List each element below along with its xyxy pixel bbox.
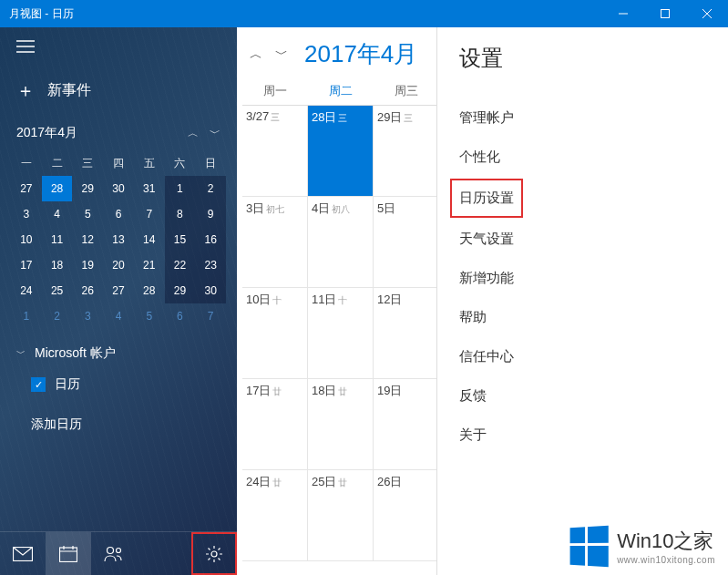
mail-button[interactable] bbox=[0, 532, 46, 575]
mini-day-cell[interactable]: 13 bbox=[103, 227, 134, 252]
settings-item[interactable]: 帮助 bbox=[459, 298, 706, 337]
mini-day-cell[interactable]: 29 bbox=[165, 278, 196, 303]
mini-day-cell[interactable]: 21 bbox=[134, 252, 165, 278]
day-cell[interactable]: 10日十 bbox=[242, 288, 308, 378]
mini-dow-cell: 日 bbox=[195, 150, 226, 176]
day-cell[interactable]: 28日三 bbox=[308, 106, 374, 196]
prev-month-button[interactable]: ︿ bbox=[246, 45, 266, 65]
day-cell[interactable]: 29日三 bbox=[374, 106, 439, 196]
close-button[interactable] bbox=[686, 0, 728, 27]
mini-day-cell[interactable]: 5 bbox=[134, 303, 165, 329]
mini-day-cell[interactable]: 22 bbox=[165, 252, 196, 278]
main-month-title: 2017年4月 bbox=[304, 38, 417, 70]
add-calendar-button[interactable]: 添加日历 bbox=[0, 400, 237, 440]
hamburger-button[interactable] bbox=[0, 27, 237, 69]
day-cell[interactable]: 18日廿 bbox=[308, 379, 374, 469]
settings-item[interactable]: 日历设置 bbox=[450, 179, 523, 218]
mini-day-cell[interactable]: 9 bbox=[195, 201, 226, 227]
mini-next-button[interactable]: ﹀ bbox=[210, 126, 220, 141]
mini-dow-cell: 三 bbox=[72, 150, 103, 176]
mini-day-cell[interactable]: 8 bbox=[165, 201, 196, 227]
mini-day-cell[interactable]: 24 bbox=[11, 278, 42, 303]
settings-item[interactable]: 管理帐户 bbox=[459, 98, 706, 138]
mini-day-cell[interactable]: 28 bbox=[42, 176, 73, 201]
mini-day-cell[interactable]: 19 bbox=[72, 252, 103, 278]
next-month-button[interactable]: ﹀ bbox=[272, 45, 292, 65]
mini-day-cell[interactable]: 3 bbox=[11, 201, 42, 227]
day-cell[interactable]: 12日 bbox=[374, 288, 439, 378]
svg-rect-2 bbox=[60, 548, 77, 562]
settings-title: 设置 bbox=[459, 44, 706, 73]
mini-day-cell[interactable]: 6 bbox=[103, 201, 134, 227]
mini-day-cell[interactable]: 28 bbox=[134, 278, 165, 303]
mini-day-cell[interactable]: 18 bbox=[42, 252, 73, 278]
mini-day-cell[interactable]: 27 bbox=[103, 278, 134, 303]
dow-header: 周三 bbox=[374, 77, 439, 106]
mini-day-cell[interactable]: 7 bbox=[195, 303, 226, 329]
mini-day-cell[interactable]: 12 bbox=[72, 227, 103, 252]
day-cell[interactable]: 17日廿 bbox=[242, 379, 308, 469]
mini-day-cell[interactable]: 27 bbox=[11, 176, 42, 201]
checkbox-icon: ✓ bbox=[31, 377, 46, 392]
calendar-label: 日历 bbox=[55, 376, 80, 393]
mini-day-cell[interactable]: 26 bbox=[72, 278, 103, 303]
day-cell[interactable]: 3/27三 bbox=[242, 106, 308, 196]
people-button[interactable] bbox=[91, 532, 137, 575]
mini-day-cell[interactable]: 5 bbox=[72, 201, 103, 227]
mini-day-cell[interactable]: 17 bbox=[11, 252, 42, 278]
plus-icon: ＋ bbox=[16, 78, 35, 103]
settings-item[interactable]: 反馈 bbox=[459, 376, 706, 416]
day-cell[interactable]: 25日廿 bbox=[308, 470, 374, 560]
day-cell[interactable]: 11日十 bbox=[308, 288, 374, 378]
settings-item[interactable]: 个性化 bbox=[459, 138, 706, 177]
settings-item[interactable]: 关于 bbox=[459, 416, 706, 455]
mini-day-cell[interactable]: 11 bbox=[42, 227, 73, 252]
mini-day-cell[interactable]: 20 bbox=[103, 252, 134, 278]
day-cell[interactable]: 4日初八 bbox=[308, 197, 374, 287]
mini-dow-cell: 四 bbox=[103, 150, 134, 176]
day-cell[interactable]: 26日 bbox=[374, 470, 439, 560]
calendar-checkbox-row[interactable]: ✓ 日历 bbox=[0, 369, 237, 400]
calendar-button[interactable] bbox=[46, 532, 91, 575]
mini-day-cell[interactable]: 25 bbox=[42, 278, 73, 303]
mini-calendar-month: 2017年4月 bbox=[16, 125, 77, 141]
settings-panel: 设置 管理帐户个性化日历设置天气设置新增功能帮助信任中心反馈关于 bbox=[436, 27, 728, 575]
mini-day-cell[interactable]: 29 bbox=[72, 176, 103, 201]
mini-day-cell[interactable]: 10 bbox=[11, 227, 42, 252]
settings-item[interactable]: 天气设置 bbox=[459, 220, 706, 259]
svg-rect-0 bbox=[661, 10, 670, 18]
settings-item[interactable]: 新增功能 bbox=[459, 259, 706, 298]
svg-point-5 bbox=[211, 551, 217, 557]
window-title: 月视图 - 日历 bbox=[9, 6, 602, 22]
chevron-down-icon: ﹀ bbox=[16, 347, 26, 360]
mini-day-cell[interactable]: 1 bbox=[11, 303, 42, 329]
new-event-button[interactable]: ＋ 新事件 bbox=[0, 69, 237, 112]
mini-day-cell[interactable]: 31 bbox=[134, 176, 165, 201]
minimize-button[interactable] bbox=[602, 0, 644, 27]
watermark: Win10之家 www.win10xitong.com bbox=[569, 527, 715, 566]
mini-day-cell[interactable]: 4 bbox=[103, 303, 134, 329]
mini-day-cell[interactable]: 14 bbox=[134, 227, 165, 252]
day-cell[interactable]: 24日廿 bbox=[242, 470, 308, 560]
mini-prev-button[interactable]: ︿ bbox=[188, 126, 199, 141]
day-cell[interactable]: 3日初七 bbox=[242, 197, 308, 287]
mini-day-cell[interactable]: 7 bbox=[134, 201, 165, 227]
mini-day-cell[interactable]: 2 bbox=[42, 303, 73, 329]
mini-day-cell[interactable]: 30 bbox=[103, 176, 134, 201]
mini-day-cell[interactable]: 1 bbox=[165, 176, 196, 201]
account-toggle[interactable]: ﹀ Microsoft 帐户 bbox=[0, 329, 237, 369]
day-cell[interactable]: 19日 bbox=[374, 379, 439, 469]
mini-day-cell[interactable]: 4 bbox=[42, 201, 73, 227]
dow-header: 周二 bbox=[308, 77, 374, 106]
mini-day-cell[interactable]: 30 bbox=[195, 278, 226, 303]
mini-day-cell[interactable]: 23 bbox=[195, 252, 226, 278]
mini-day-cell[interactable]: 15 bbox=[165, 227, 196, 252]
maximize-button[interactable] bbox=[644, 0, 686, 27]
mini-day-cell[interactable]: 2 bbox=[195, 176, 226, 201]
day-cell[interactable]: 5日 bbox=[374, 197, 439, 287]
mini-day-cell[interactable]: 6 bbox=[165, 303, 196, 329]
settings-button[interactable] bbox=[191, 532, 237, 575]
mini-day-cell[interactable]: 3 bbox=[72, 303, 103, 329]
mini-day-cell[interactable]: 16 bbox=[195, 227, 226, 252]
settings-item[interactable]: 信任中心 bbox=[459, 337, 706, 376]
